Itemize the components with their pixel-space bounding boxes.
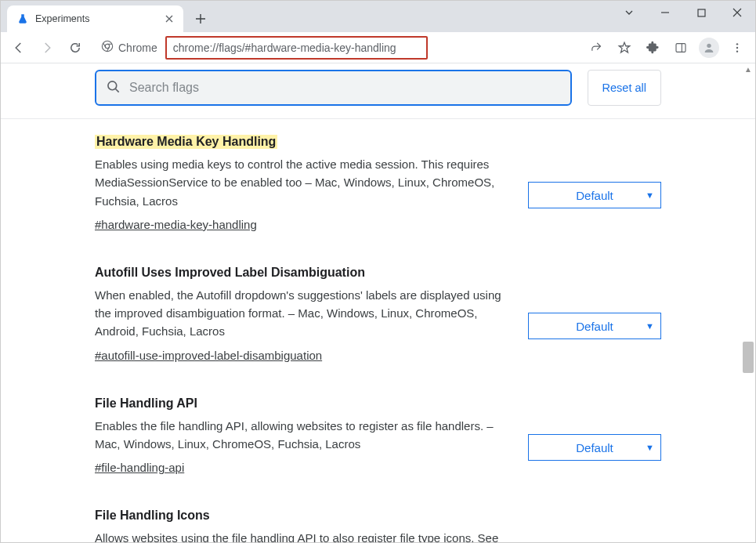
flag-dropdown-value: Default	[576, 441, 613, 454]
extensions-icon[interactable]	[639, 34, 666, 61]
svg-rect-0	[698, 9, 705, 16]
reload-button[interactable]	[62, 34, 89, 61]
share-icon[interactable]	[583, 34, 610, 61]
flag-title: Hardware Media Key Handling	[95, 135, 277, 149]
search-row: Reset all	[1, 63, 755, 119]
flask-icon	[16, 13, 29, 25]
sidepanel-icon[interactable]	[667, 34, 694, 61]
back-button[interactable]	[5, 34, 32, 61]
svg-point-6	[736, 46, 738, 48]
flag-title: File Handling API	[95, 396, 197, 411]
flag-dropdown[interactable]: Default ▼	[528, 313, 661, 339]
flag-hash-link[interactable]: #file-handling-api	[95, 461, 184, 474]
close-window-button[interactable]	[719, 1, 755, 24]
svg-point-8	[108, 81, 117, 89]
flag-dropdown-value: Default	[576, 320, 613, 333]
flag-description: Allows websites using the file handling …	[95, 529, 505, 543]
menu-icon[interactable]	[724, 34, 751, 61]
svg-rect-3	[676, 43, 685, 52]
flag-description: Enables the file handling API, allowing …	[95, 417, 505, 454]
chevron-down-icon[interactable]	[611, 1, 647, 24]
search-input-container[interactable]	[95, 70, 572, 106]
flag-description: When enabled, the Autofill dropdown's su…	[95, 286, 505, 341]
chevron-down-icon: ▼	[646, 190, 654, 200]
svg-point-5	[736, 43, 738, 45]
flag-title: File Handling Icons	[95, 509, 210, 523]
scroll-up-arrow[interactable]: ▲	[744, 65, 752, 74]
url-text[interactable]: chrome://flags/#hardware-media-key-handl…	[165, 36, 428, 60]
avatar-icon	[699, 38, 719, 58]
profile-button[interactable]	[696, 34, 722, 61]
page-viewport: ▲ Reset all Hardware Media Key Handling …	[1, 63, 755, 543]
maximize-button[interactable]	[683, 1, 719, 24]
chevron-down-icon: ▼	[646, 321, 654, 331]
window-controls	[611, 1, 755, 32]
flags-list: Hardware Media Key Handling Enables usin…	[1, 119, 755, 543]
browser-title-bar: Experiments	[1, 1, 755, 32]
browser-tab[interactable]: Experiments	[7, 5, 183, 32]
svg-point-4	[707, 43, 711, 47]
new-tab-button[interactable]	[190, 8, 212, 30]
close-icon[interactable]	[163, 13, 175, 25]
tab-title: Experiments	[35, 13, 157, 24]
flag-title: Autofill Uses Improved Label Disambiguat…	[95, 266, 365, 280]
scheme-chip: Chrome	[95, 36, 165, 60]
svg-point-7	[736, 50, 738, 52]
flag-description: Enables using media keys to control the …	[95, 155, 505, 210]
search-icon	[106, 79, 121, 97]
bookmark-icon[interactable]	[611, 34, 638, 61]
flag-dropdown[interactable]: Default ▼	[528, 182, 661, 208]
flag-hash-link[interactable]: #autofill-use-improved-label-disambiguat…	[95, 349, 322, 362]
search-input[interactable]	[129, 81, 561, 95]
chrome-icon	[101, 40, 114, 55]
flag-item: File Handling API Enables the file handl…	[95, 396, 661, 475]
flag-item: Autofill Uses Improved Label Disambiguat…	[95, 266, 661, 362]
flag-item: File Handling Icons Allows websites usin…	[95, 509, 661, 543]
flag-hash-link[interactable]: #hardware-media-key-handling	[95, 218, 257, 231]
scrollbar-thumb[interactable]	[743, 342, 754, 373]
minimize-button[interactable]	[647, 1, 683, 24]
flag-item: Hardware Media Key Handling Enables usin…	[95, 135, 661, 231]
chevron-down-icon: ▼	[646, 443, 654, 452]
reset-all-button[interactable]: Reset all	[588, 70, 661, 106]
flag-dropdown-value: Default	[576, 189, 613, 202]
browser-toolbar: Chrome chrome://flags/#hardware-media-ke…	[1, 32, 755, 63]
scheme-label: Chrome	[118, 42, 157, 54]
forward-button[interactable]	[34, 34, 60, 61]
flag-dropdown[interactable]: Default ▼	[528, 434, 661, 461]
address-bar[interactable]: Chrome chrome://flags/#hardware-media-ke…	[95, 36, 577, 60]
